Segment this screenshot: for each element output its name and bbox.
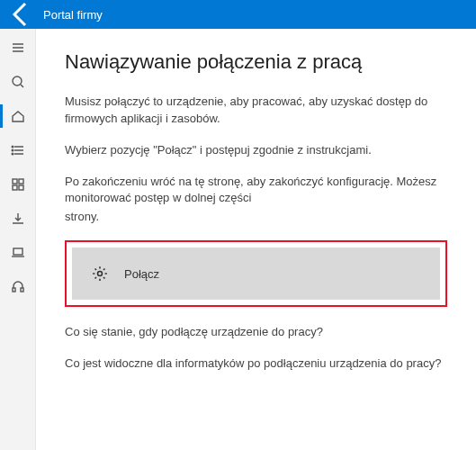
sidebar-item-apps[interactable]: [0, 167, 36, 202]
svg-rect-9: [13, 288, 15, 292]
svg-point-3: [12, 153, 13, 155]
sidebar-item-list[interactable]: [0, 133, 36, 167]
titlebar: Portal firmy: [0, 0, 476, 29]
apps-icon: [11, 177, 25, 192]
main-content: Nawiązywanie połączenia z pracą Musisz p…: [36, 29, 476, 450]
back-button[interactable]: [7, 0, 36, 29]
svg-rect-7: [19, 185, 23, 190]
faq-link-1[interactable]: Co się stanie, gdy podłączę urządzenie d…: [65, 325, 447, 338]
connect-highlight: Połącz: [65, 240, 447, 307]
sidebar-item-home[interactable]: [0, 99, 36, 133]
svg-rect-10: [21, 288, 23, 292]
svg-rect-4: [13, 179, 17, 184]
intro-paragraph-3: Po zakończeniu wróć na tę stronę, aby za…: [65, 174, 447, 208]
faq-link-2[interactable]: Co jest widoczne dla informatyków po pod…: [65, 356, 447, 370]
home-icon: [11, 109, 25, 123]
intro-paragraph-2: Wybierz pozycję "Połącz" i postępuj zgod…: [65, 142, 447, 159]
connect-button-label: Połącz: [124, 267, 159, 281]
intro-paragraph-1: Musisz połączyć to urządzenie, aby praco…: [65, 94, 447, 128]
sidebar-item-devices[interactable]: [0, 236, 36, 270]
sidebar-item-support[interactable]: [0, 270, 36, 304]
gear-icon: [92, 266, 108, 282]
intro-paragraph-3b: strony.: [65, 209, 447, 226]
page-title: Nawiązywanie połączenia z pracą: [65, 50, 447, 74]
laptop-icon: [11, 246, 25, 260]
sidebar-item-downloads[interactable]: [0, 202, 36, 236]
headset-icon: [11, 280, 25, 294]
svg-rect-8: [13, 248, 22, 255]
arrow-left-icon: [7, 0, 36, 29]
search-icon: [11, 75, 25, 89]
app-title: Portal firmy: [43, 8, 103, 22]
svg-point-2: [12, 149, 13, 151]
svg-point-0: [13, 76, 22, 86]
svg-point-11: [98, 272, 103, 276]
sidebar: [0, 29, 36, 450]
hamburger-icon: [11, 40, 25, 55]
svg-point-1: [12, 146, 13, 148]
sidebar-item-search[interactable]: [0, 65, 36, 99]
svg-rect-5: [19, 179, 23, 184]
svg-rect-6: [13, 185, 17, 190]
connect-button[interactable]: Połącz: [72, 248, 440, 300]
sidebar-item-hamburger[interactable]: [0, 31, 36, 65]
list-icon: [11, 143, 25, 158]
download-icon: [11, 212, 25, 226]
